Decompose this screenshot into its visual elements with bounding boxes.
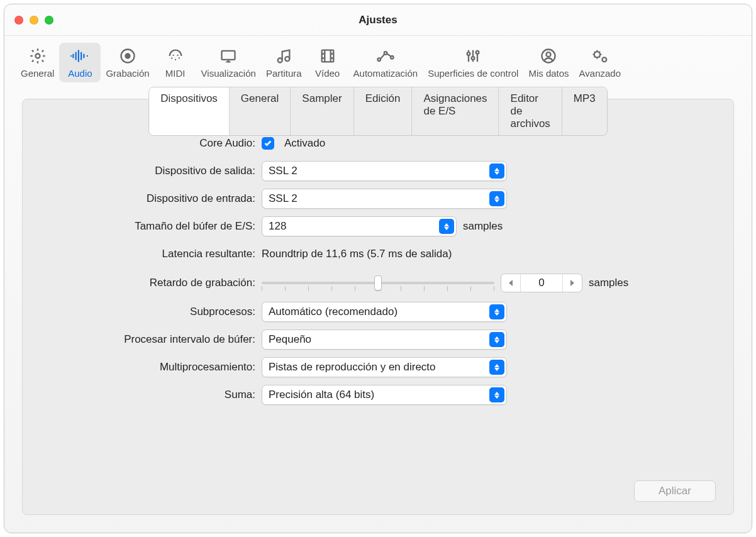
apply-button[interactable]: Aplicar: [634, 480, 716, 502]
toolbar-item-recording[interactable]: Grabación: [101, 43, 154, 82]
slider-thumb-icon[interactable]: [374, 275, 382, 291]
subtab-io-assignments[interactable]: Asignaciones de E/S: [412, 87, 499, 135]
threads-popup[interactable]: Automático (recomendado): [262, 302, 507, 322]
row-output-device: Dispositivo de salida: SSL 2: [48, 157, 708, 185]
chevron-updown-icon: [439, 219, 454, 234]
latency-value: Roundtrip de 11,6 ms (5.7 ms de salida): [262, 248, 452, 260]
row-threads: Subprocesos: Automático (recomendado): [48, 298, 708, 326]
svg-point-12: [377, 58, 381, 61]
svg-rect-8: [222, 51, 235, 60]
subtab-devices[interactable]: Dispositivos: [149, 87, 230, 135]
toolbar-item-video[interactable]: Vídeo: [307, 43, 348, 82]
row-recording-delay: Retardo de grabación: 0 samples: [48, 268, 708, 298]
toolbar-item-label: Grabación: [106, 68, 149, 79]
row-summing: Suma: Precisión alta (64 bits): [48, 381, 708, 409]
svg-point-19: [547, 52, 551, 57]
toolbar-item-label: Visualización: [201, 68, 256, 79]
sub-tabbar: Dispositivos General Sampler Edición Asi…: [148, 87, 608, 136]
form: Core Audio: Activado Dispositivo de sali…: [23, 130, 733, 409]
gear-icon: [27, 45, 48, 67]
stepper-increment-icon[interactable]: [563, 274, 582, 292]
label-process-buffer-range: Procesar intervalo de búfer:: [48, 333, 262, 346]
display-icon: [218, 45, 239, 67]
close-icon[interactable]: [14, 16, 23, 25]
toolbar-item-display[interactable]: Visualización: [196, 43, 261, 82]
toolbar-item-label: Automatización: [353, 68, 418, 79]
toolbar-item-control-surfaces[interactable]: Superficies de control: [423, 43, 523, 82]
window-controls: [14, 16, 53, 25]
output-device-value: SSL 2: [269, 165, 297, 177]
label-threads: Subprocesos:: [48, 306, 262, 318]
multiprocessing-value: Pistas de reproducción y en directo: [269, 361, 436, 374]
buffer-size-unit: samples: [463, 220, 503, 233]
label-output-device: Dispositivo de salida:: [48, 165, 262, 177]
row-buffer-size: Tamaño del búfer de E/S: 128 samples: [48, 213, 708, 240]
record-icon: [117, 45, 138, 67]
toolbar-item-score[interactable]: Partitura: [261, 43, 307, 82]
svg-point-17: [476, 51, 479, 54]
multiprocessing-popup[interactable]: Pistas de reproducción y en directo: [262, 357, 507, 377]
subtab-general[interactable]: General: [230, 87, 291, 135]
notes-icon: [273, 45, 294, 67]
label-input-device: Dispositivo de entrada:: [48, 192, 262, 205]
threads-value: Automático (recomendado): [269, 306, 397, 318]
prefs-toolbar: General Audio Grabación MIDI Visualizaci…: [4, 36, 752, 82]
core-audio-enabled-label: Activado: [284, 137, 325, 150]
recording-delay-slider[interactable]: [262, 274, 494, 292]
minimize-icon[interactable]: [30, 16, 38, 25]
waveform-icon: [69, 45, 91, 67]
svg-point-15: [467, 52, 470, 55]
midi-icon: [165, 45, 186, 67]
subtab-mp3[interactable]: MP3: [562, 87, 607, 135]
toolbar-item-audio[interactable]: Audio: [59, 43, 101, 82]
chevron-updown-icon: [489, 332, 504, 347]
recording-delay-unit: samples: [589, 277, 628, 289]
recording-delay-stepper[interactable]: 0: [501, 274, 582, 292]
chevron-updown-icon: [489, 304, 504, 319]
core-audio-checkbox[interactable]: [262, 137, 274, 150]
subtab-editing[interactable]: Edición: [354, 87, 413, 135]
subtab-sampler[interactable]: Sampler: [291, 87, 353, 135]
zoom-icon[interactable]: [45, 16, 53, 25]
film-icon: [317, 45, 338, 67]
input-device-popup[interactable]: SSL 2: [262, 189, 507, 209]
output-device-popup[interactable]: SSL 2: [262, 161, 507, 181]
label-summing: Suma:: [48, 389, 262, 401]
toolbar-item-advanced[interactable]: Avanzado: [574, 43, 626, 82]
process-buffer-range-popup[interactable]: Pequeño: [262, 329, 507, 350]
svg-point-3: [171, 57, 172, 58]
label-core-audio: Core Audio:: [48, 137, 262, 150]
toolbar-item-general[interactable]: General: [16, 43, 59, 82]
apply-button-label: Aplicar: [659, 485, 691, 497]
label-recording-delay: Retardo de grabación:: [48, 277, 262, 289]
label-latency: Latencia resultante:: [48, 248, 262, 260]
buffer-size-value: 128: [269, 220, 286, 233]
toolbar-item-automation[interactable]: Automatización: [348, 43, 423, 82]
chevron-updown-icon: [489, 387, 504, 402]
settings-window: Ajustes General Audio Grabación MIDI: [4, 4, 752, 533]
gears-icon: [589, 45, 611, 67]
row-core-audio: Core Audio: Activado: [48, 130, 708, 157]
automation-icon: [375, 45, 396, 67]
label-multiprocessing: Multiprocesamiento:: [48, 361, 262, 374]
svg-point-0: [35, 54, 40, 58]
row-latency: Latencia resultante: Roundtrip de 11,6 m…: [48, 240, 708, 268]
toolbar-item-midi[interactable]: MIDI: [155, 43, 196, 82]
summing-popup[interactable]: Precisión alta (64 bits): [262, 385, 507, 405]
stepper-decrement-icon[interactable]: [501, 274, 520, 292]
subtab-file-editor[interactable]: Editor de archivos: [499, 87, 562, 135]
row-process-buffer-range: Procesar intervalo de búfer: Pequeño: [48, 326, 708, 353]
toolbar-item-label: Vídeo: [315, 68, 340, 79]
row-multiprocessing: Multiprocesamiento: Pistas de reproducci…: [48, 353, 708, 381]
toolbar-item-label: Audio: [68, 68, 92, 79]
svg-rect-11: [321, 50, 333, 62]
toolbar-item-my-info[interactable]: Mis datos: [523, 43, 574, 82]
chevron-updown-icon: [489, 191, 504, 206]
recording-delay-value: 0: [520, 274, 563, 292]
row-input-device: Dispositivo de entrada: SSL 2: [48, 185, 708, 213]
svg-point-16: [472, 57, 475, 60]
user-icon: [538, 45, 559, 67]
process-buffer-range-value: Pequeño: [269, 333, 311, 346]
buffer-size-popup[interactable]: 128: [262, 216, 457, 236]
svg-point-4: [174, 59, 175, 60]
